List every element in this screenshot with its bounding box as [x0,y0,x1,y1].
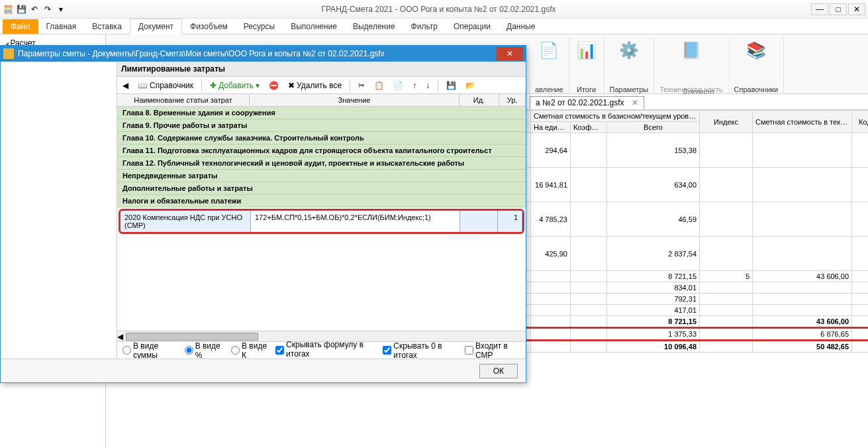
formula-row[interactable]: 2020 Компенсация НДС при УСНО (СМР) 172+… [119,209,524,234]
chapter-row[interactable]: Непредвиденные затраты [117,170,526,182]
quick-access-toolbar: 🧮 💾 ↶ ↷ ▾ [3,4,66,15]
formula-level: 1 [498,211,522,232]
opt-coeff[interactable]: В виде К [231,341,269,360]
ribbon-tabs: Файл Главная Вставка Документ Физобъем Р… [0,19,868,34]
open-icon[interactable]: 📂 [463,80,478,91]
tab-execution[interactable]: Выполнение [283,19,345,34]
dialog-close-button[interactable]: ✕ [497,47,523,60]
undo-icon[interactable]: ↶ [29,4,40,15]
opt-in-smr[interactable]: Входит в СМР [465,341,520,360]
dialog-section-title: Лимитированные затраты [117,62,526,77]
paste-icon[interactable]: 📄 [391,80,406,91]
tab-selection[interactable]: Выделение [345,19,403,34]
scroll-left-icon[interactable]: ◀ [117,332,123,341]
minimize-button[interactable]: — [811,3,828,15]
dialog-toolbar: ◀ 📖 Справочник ✚ Добавить ▾ ⛔ ✖ Удалить … [117,77,526,94]
tab-data[interactable]: Данные [499,19,543,34]
ribbon-group-view[interactable]: 📄 авление [530,37,569,93]
col-base-cost: Сметная стоимость в базисном/текущем уро… [531,111,700,122]
opt-percent[interactable]: В виде % [185,341,224,360]
dialog-title: Параметры сметы - Документы\Гранд-Смета\… [18,49,497,58]
move-down-icon[interactable]: ↓ [423,80,432,91]
options-row: В виде суммы В виде % В виде К Скрывать … [117,341,526,359]
titlebar: 🧮 💾 ↶ ↷ ▾ ГРАНД-Смета 2021 - ООО Рога и … [0,0,868,19]
tab-physvolume[interactable]: Физобъем [182,19,236,34]
hdr-value: Значение [250,94,459,106]
chapter-row[interactable]: Глава 10. Содержание службы заказчика. С… [117,132,526,144]
delete-button[interactable]: ⛔ [266,80,281,91]
col-per-unit: На единицу [531,122,571,133]
formula-id [460,211,498,232]
redo-icon[interactable]: ↷ [42,4,53,15]
params-icon: ⚙️ [617,38,641,62]
dialog-sidebar [1,62,117,359]
opt-hide-formula[interactable]: Скрывать формулу в итогах [275,340,376,361]
view-icon: 📄 [537,38,561,62]
ribbon-group-refs[interactable]: 📚 Справочники [729,37,785,93]
opt-sum[interactable]: В виде суммы [122,341,178,360]
tab-home[interactable]: Главная [38,19,85,34]
col-coeff: Коэффи... [571,122,607,133]
dialog-footer: ОК [1,359,526,382]
tab-document[interactable]: Документ [130,19,182,34]
maximize-button[interactable]: □ [830,3,847,15]
move-up-icon[interactable]: ↑ [410,80,419,91]
document-tab[interactable]: а №2 от 02.02.2021.gsfx ✕ [530,96,644,109]
dialog-titlebar[interactable]: Параметры сметы - Документы\Гранд-Смета\… [1,46,526,62]
ok-button[interactable]: ОК [479,364,518,378]
save-icon[interactable]: 💾 [16,4,26,15]
formula-expression[interactable]: 172+БМ.СП*0,15+БМ.ОБ)*0,2*ЕСЛИ(БИМ;Индек… [251,211,460,232]
qat-dropdown-icon[interactable]: ▾ [56,4,66,15]
opt-hide-zero[interactable]: Скрывать 0 в итогах [383,341,458,360]
params-dialog: Параметры сметы - Документы\Гранд-Смета\… [0,45,526,383]
chapters-list: Глава 8. Временные здания и сооруженияГл… [117,107,526,207]
hdr-name: Наименование статьи затрат [117,94,250,106]
close-button[interactable]: ✕ [848,3,865,15]
tab-resources[interactable]: Ресурсы [236,19,283,34]
chapter-row[interactable]: Дополнительные работы и затраты [117,182,526,195]
ribbon-group-totals[interactable]: 📊 Итоги [569,37,604,93]
formula-name: 2020 Компенсация НДС при УСНО (СМР) [121,211,251,232]
add-button[interactable]: ✚ Добавить ▾ [207,80,262,91]
scroll-thumb[interactable] [126,333,258,341]
ribbon-group-params[interactable]: ⚙️ Параметры [604,37,655,93]
save-icon[interactable]: 💾 [444,80,459,91]
dialog-icon [3,48,14,59]
refs-icon: 📚 [744,38,768,62]
app-icon: 🧮 [3,4,13,15]
chapter-row[interactable]: Глава 8. Временные здания и сооружения [117,107,526,119]
copy-icon[interactable]: 📋 [371,80,387,91]
window-title: ГРАНД-Смета 2021 - ООО Рога и копыта №2 … [66,5,811,14]
chapter-row[interactable]: Глава 12. Публичный технологический и це… [117,157,526,170]
delete-all-button[interactable]: ✖ Удалить все [285,80,344,91]
chapter-row[interactable]: Глава 9. Прочие работы и затраты [117,119,526,132]
ribbon-group-tech[interactable]: 📘 Техническая часть [654,37,728,93]
tab-file[interactable]: Файл [3,19,38,34]
tab-filter[interactable]: Фильтр [403,19,446,34]
hdr-id: Ид. [459,94,499,106]
nav-back-button[interactable]: ◀ [120,80,131,91]
col-index: Индекс [700,111,753,133]
col-current-cost: Сметная стоимость в текущем уровне цен [753,111,852,133]
dialog-grid-header: Наименование статьи затрат Значение Ид. … [117,94,526,107]
reference-button[interactable]: 📖 Справочник [135,80,196,91]
chapter-row[interactable]: Налоги и обязательные платежи [117,195,526,207]
tech-icon: 📘 [679,38,703,62]
tab-operations[interactable]: Операции [446,19,499,34]
cut-icon[interactable]: ✂ [356,80,367,91]
totals-icon: 📊 [575,38,599,62]
close-tab-icon[interactable]: ✕ [632,98,638,107]
col-code: Код [852,111,868,133]
hdr-level: Ур. [499,94,526,106]
document-tab-label: а №2 от 02.02.2021.gsfx [536,98,624,107]
tab-insert[interactable]: Вставка [84,19,130,34]
col-total: Всего [607,122,700,133]
chapter-row[interactable]: Глава 11. Подготовка эксплуатационных ка… [117,144,526,157]
